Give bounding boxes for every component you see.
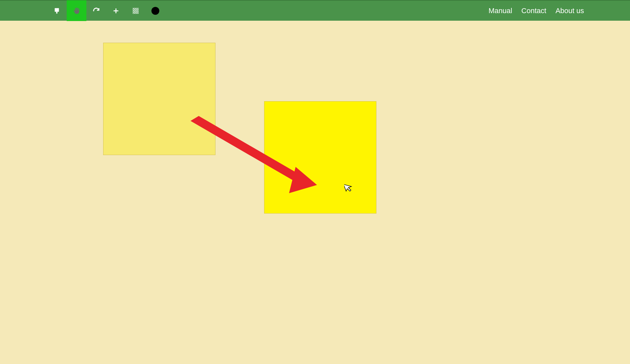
plus-icon xyxy=(112,7,120,14)
toolbar-nav: Manual Contact About us xyxy=(488,7,630,15)
nav-manual[interactable]: Manual xyxy=(488,7,512,15)
svg-rect-1 xyxy=(56,11,57,13)
nav-about[interactable]: About us xyxy=(555,7,584,15)
rotate-tool-button[interactable] xyxy=(86,0,106,21)
nav-contact[interactable]: Contact xyxy=(521,7,546,15)
add-tool-button[interactable] xyxy=(106,0,126,21)
hand-icon xyxy=(73,7,80,15)
toolbar-tools xyxy=(0,1,159,21)
canvas[interactable] xyxy=(0,21,630,364)
color-picker[interactable] xyxy=(151,7,159,15)
transparency-icon xyxy=(132,7,139,14)
move-tool-button[interactable] xyxy=(67,0,86,21)
brush-icon xyxy=(53,7,60,14)
rotate-icon xyxy=(92,7,100,15)
svg-rect-6 xyxy=(133,8,139,13)
canvas-shape[interactable] xyxy=(264,101,376,214)
canvas-shape[interactable] xyxy=(103,43,215,155)
brush-tool-button[interactable] xyxy=(47,0,67,21)
transparency-tool-button[interactable] xyxy=(126,0,146,21)
svg-rect-0 xyxy=(55,8,59,11)
toolbar: Manual Contact About us xyxy=(0,0,630,21)
